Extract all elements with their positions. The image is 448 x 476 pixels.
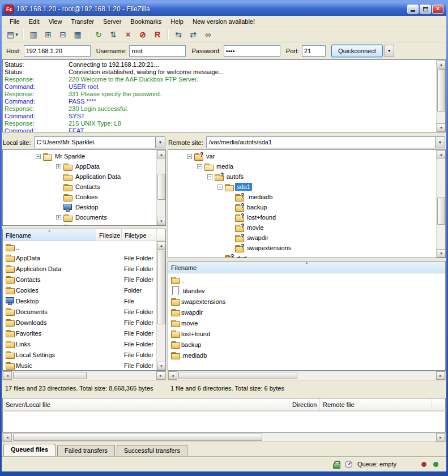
menu-bookmarks[interactable]: Bookmarks	[126, 17, 166, 26]
port-input[interactable]	[302, 45, 326, 57]
tree-item-movie[interactable]: movie	[168, 222, 445, 233]
close-button[interactable]: ×	[432, 5, 443, 14]
menu-help[interactable]: Help	[166, 17, 188, 26]
scroll-right-icon[interactable]: ►	[436, 371, 445, 380]
find-files-icon[interactable]: ∞	[201, 28, 215, 41]
scroll-down-icon[interactable]: ▼	[157, 217, 166, 225]
column-header-remote-file[interactable]: Remote file	[320, 398, 432, 410]
column-header-filename[interactable]: Filename	[3, 229, 96, 241]
scroll-up-icon[interactable]: ▲	[157, 241, 166, 250]
column-header-server-local-file[interactable]: Server/Local file	[3, 398, 289, 410]
scroll-right-icon[interactable]: ►	[156, 371, 165, 380]
tree-item-lost-found[interactable]: lost+found	[168, 212, 445, 222]
scroll-up-icon[interactable]: ▲	[437, 150, 446, 158]
tree-item-mediadb[interactable]: .mediadb	[168, 192, 445, 202]
scroll-left-icon[interactable]: ◄	[168, 371, 177, 380]
file-row-mediadb[interactable]: .mediadb	[168, 350, 445, 361]
tree-item-swapextensions[interactable]: swapextensions	[168, 243, 445, 253]
tree-item-application-data[interactable]: Application Data	[3, 171, 165, 182]
tree-item-documents[interactable]: + Documents	[3, 212, 165, 222]
tree-item-backup[interactable]: backup	[168, 202, 445, 212]
remote-list-horizontal-scrollbar[interactable]: ◄ ►	[168, 371, 446, 380]
tab-queued-files[interactable]: Queued files	[3, 444, 56, 456]
local-directory-tree[interactable]: − Mr Sparkle + AppData Application Data …	[2, 149, 166, 226]
menu-new-version[interactable]: New version available!	[188, 17, 259, 26]
file-row-music[interactable]: Music File Folder	[3, 360, 156, 370]
reconnect-icon[interactable]: R	[151, 28, 164, 41]
tree-item-autofs[interactable]: − autofs	[168, 171, 445, 182]
expand-icon[interactable]: +	[56, 215, 61, 220]
expand-icon[interactable]: +	[56, 164, 61, 169]
maximize-button[interactable]	[420, 5, 431, 14]
tree-item-appdata[interactable]: + AppData	[3, 161, 165, 171]
scrollbar-thumb[interactable]	[13, 372, 87, 379]
file-row-favorites[interactable]: Favorites File Folder	[3, 328, 156, 338]
scrollbar-thumb[interactable]	[157, 174, 165, 200]
scroll-up-icon[interactable]: ▲	[157, 150, 166, 158]
tree-item-cookies[interactable]: Cookies	[3, 192, 165, 202]
tab-failed-transfers[interactable]: Failed transfers	[57, 445, 115, 456]
scroll-down-icon[interactable]: ▼	[437, 123, 446, 132]
scroll-down-icon[interactable]: ▼	[157, 362, 166, 370]
toggle-log-icon[interactable]: ▥	[27, 28, 40, 41]
tab-successful-transfers[interactable]: Successful transfers	[117, 445, 187, 456]
remote-tree-vertical-scrollbar[interactable]: ▲ ▼	[436, 150, 445, 258]
file-row-up[interactable]: ..	[168, 275, 445, 285]
queue-horizontal-scrollbar[interactable]: ◄ ►	[2, 432, 446, 442]
column-header-filetype[interactable]: Filetype	[122, 229, 157, 241]
file-row-contacts[interactable]: Contacts File Folder	[3, 274, 156, 285]
file-row-up[interactable]: ..	[3, 242, 156, 252]
menu-edit[interactable]: Edit	[24, 17, 44, 26]
remote-file-list[interactable]: .. .titandev swapextensions swapdir movi…	[168, 273, 446, 371]
collapse-icon[interactable]: −	[207, 174, 212, 179]
file-row-links[interactable]: Links File Folder	[3, 338, 156, 349]
titlebar[interactable]: Fz 192.168.1.20 - root@192.168.1.20 - Fi…	[2, 2, 446, 16]
file-row-desktop[interactable]: Desktop File	[3, 295, 156, 306]
queue-list[interactable]	[2, 411, 446, 432]
tree-item-media[interactable]: − media	[168, 161, 445, 171]
menu-transfer[interactable]: Transfer	[66, 17, 99, 26]
speed-limits-icon[interactable]	[345, 461, 352, 468]
file-row-application-data[interactable]: Application Data File Folder	[3, 263, 156, 274]
file-row-cookies[interactable]: Cookies Folder	[3, 285, 156, 295]
file-row-local-settings[interactable]: Local Settings File Folder	[3, 349, 156, 360]
menu-server[interactable]: Server	[99, 17, 126, 26]
scroll-up-icon[interactable]: ▲	[437, 60, 446, 68]
message-log[interactable]: Status:Connecting to 192.168.1.20:21... …	[2, 59, 446, 132]
chevron-down-icon[interactable]: ▼	[155, 137, 165, 148]
file-row-swapextensions[interactable]: swapextensions	[168, 296, 445, 307]
collapse-icon[interactable]: −	[217, 185, 223, 190]
local-list-vertical-scrollbar[interactable]: ▲ ▼	[156, 241, 165, 370]
tree-item-dvd[interactable]: dvd	[168, 253, 445, 258]
file-row-titandev[interactable]: .titandev	[168, 285, 445, 296]
tree-item-mr-sparkle[interactable]: − Mr Sparkle	[3, 151, 165, 161]
file-row-movie[interactable]: movie	[168, 318, 445, 328]
file-row-appdata[interactable]: AppData File Folder	[3, 252, 156, 263]
toggle-local-tree-icon[interactable]: ⊞	[41, 28, 55, 41]
column-header-filename[interactable]: Filename	[168, 261, 445, 273]
file-row-lost-found[interactable]: lost+found	[168, 328, 445, 339]
scrollbar-thumb[interactable]	[13, 434, 262, 441]
tree-item-var[interactable]: − var	[168, 151, 445, 161]
scroll-left-icon[interactable]: ◄	[3, 371, 12, 380]
toggle-queue-icon[interactable]: ▦	[71, 28, 84, 41]
menu-view[interactable]: View	[44, 17, 67, 26]
process-queue-icon[interactable]: ⇅	[106, 28, 120, 41]
scrollbar-thumb[interactable]	[157, 251, 165, 324]
password-input[interactable]	[224, 45, 280, 57]
column-header-filesize[interactable]: Filesize	[96, 229, 122, 241]
file-row-downloads[interactable]: Downloads File Folder	[3, 317, 156, 328]
disconnect-icon[interactable]: ⊘	[136, 28, 150, 41]
scrollbar-thumb[interactable]	[178, 372, 297, 379]
chevron-down-icon[interactable]: ▼	[435, 137, 445, 148]
log-vertical-scrollbar[interactable]: ▲ ▼	[436, 60, 445, 132]
tree-item-contacts[interactable]: Contacts	[3, 182, 165, 192]
collapse-icon[interactable]: −	[187, 154, 192, 159]
file-row-backup[interactable]: backup	[168, 339, 445, 350]
column-header-direction[interactable]: Direction	[289, 398, 320, 410]
refresh-icon[interactable]: ↻	[92, 28, 105, 41]
menu-file[interactable]: File	[5, 17, 24, 26]
remote-directory-tree[interactable]: − var − media − autofs − sda1 .mediadb b	[168, 149, 446, 258]
scroll-right-icon[interactable]: ►	[436, 433, 445, 441]
tree-item-downloads[interactable]: Downloads	[3, 222, 165, 226]
